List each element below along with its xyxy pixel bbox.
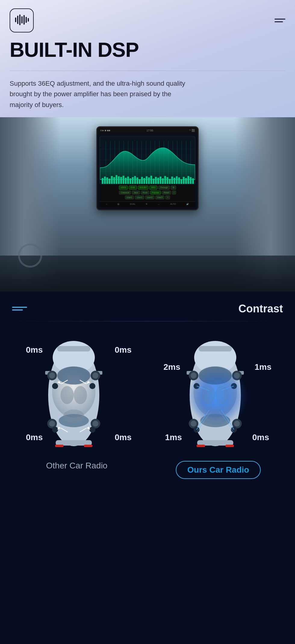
svg-rect-27 <box>102 178 104 184</box>
ac-nav[interactable]: ～ <box>158 203 160 206</box>
svg-rect-31 <box>111 176 113 184</box>
hamburger-menu-icon[interactable] <box>275 19 285 22</box>
contrast-label: Contrast <box>238 302 283 315</box>
ours-timing-bottom-left: 1ms <box>165 433 182 442</box>
svg-rect-100 <box>84 445 92 447</box>
fan-nav[interactable]: ❄ <box>146 203 148 206</box>
svg-rect-107 <box>199 346 232 351</box>
screen-bottom-nav: ⌂ ⏻ DUAL ❄ ～ AUTO 🔊 <box>100 201 195 207</box>
svg-rect-56 <box>169 179 171 184</box>
screen-time: 17:55 <box>146 129 153 132</box>
info-button[interactable]: i <box>172 191 176 195</box>
dual-nav[interactable]: DUAL <box>130 203 135 206</box>
svg-rect-47 <box>148 177 150 184</box>
svg-rect-39 <box>129 178 131 184</box>
ours-timing-bottom-right: 0ms <box>252 433 269 442</box>
svg-rect-1 <box>17 16 18 24</box>
svg-rect-37 <box>125 178 127 184</box>
home-nav[interactable]: ⌂ <box>106 203 107 206</box>
svg-rect-63 <box>185 178 187 184</box>
ours-car-item: 2ms 1ms 1ms 0ms <box>155 339 281 479</box>
ours-car-label-container[interactable]: Ours Car Radio <box>176 461 260 479</box>
svg-rect-59 <box>176 176 178 184</box>
svg-rect-55 <box>167 177 169 184</box>
hamburger-line-bottom <box>275 21 283 22</box>
reset-button[interactable]: Reset <box>162 191 171 195</box>
ours-car-svg <box>179 339 251 454</box>
svg-rect-41 <box>134 176 136 184</box>
other-car-label: Other Car Radio <box>46 461 107 471</box>
classical-button[interactable]: Classical <box>119 191 131 195</box>
dashboard-screen: H● ■ ■■ 17:55 ^ ⬛ <box>96 126 199 210</box>
svg-rect-54 <box>164 176 166 184</box>
svg-rect-57 <box>171 176 173 184</box>
svg-point-83 <box>92 421 98 427</box>
car-floor <box>0 256 295 292</box>
jazz-button[interactable]: Jazz <box>132 191 140 195</box>
svg-rect-43 <box>139 179 141 184</box>
svg-rect-6 <box>28 18 29 22</box>
user5-button[interactable]: User5 <box>155 195 165 199</box>
eq-display <box>100 136 195 184</box>
ours-timing-top-left: 2ms <box>163 362 180 372</box>
eq-preset-row: Classical Jazz Rock Popular Reset i <box>101 191 194 195</box>
svg-rect-0 <box>15 17 16 22</box>
contrast-divider <box>12 321 283 322</box>
contrast-line-top <box>12 307 27 308</box>
svg-rect-5 <box>26 17 27 23</box>
svg-point-118 <box>234 421 240 427</box>
srs-button[interactable]: SRS <box>149 186 157 190</box>
subtitle-text: Supports 36EQ adjustment, and the ultra-… <box>0 76 205 117</box>
compare-icon <box>12 307 27 311</box>
due-button[interactable]: DUE <box>129 186 137 190</box>
user1-button[interactable]: User1 <box>125 195 134 199</box>
vol-nav[interactable]: 🔊 <box>186 203 189 206</box>
svg-rect-62 <box>183 177 185 184</box>
svg-rect-72 <box>57 346 90 351</box>
screen-status-left: H● ■ ■■ <box>100 129 110 132</box>
popular-button[interactable]: Popular <box>150 191 161 195</box>
screen-status-right: ^ ⬛ <box>189 129 195 132</box>
svg-point-79 <box>92 373 98 379</box>
contrast-header: Contrast <box>0 292 295 321</box>
extra-button[interactable]: ⚙ <box>171 186 176 190</box>
svg-rect-60 <box>178 177 180 184</box>
other-car-item: 0ms 0ms 0ms 0ms <box>14 339 140 471</box>
other-car-svg <box>38 339 110 454</box>
user2-button[interactable]: User2 <box>135 195 144 199</box>
other-car-top-view: 0ms 0ms 0ms 0ms <box>38 339 116 454</box>
power-nav[interactable]: ⏻ <box>117 203 120 206</box>
contrast-line-bottom <box>12 309 23 311</box>
cees-button[interactable]: cEES <box>119 186 128 190</box>
svg-rect-58 <box>174 178 175 184</box>
svg-rect-45 <box>144 178 145 184</box>
eq-bars <box>100 175 195 184</box>
through-button[interactable]: Through <box>158 186 170 190</box>
svg-rect-28 <box>104 176 106 184</box>
svg-point-87 <box>52 383 58 389</box>
svg-rect-50 <box>155 177 157 184</box>
eq-bars-svg <box>101 175 194 184</box>
svg-rect-33 <box>116 175 117 184</box>
user3-button[interactable]: User3 <box>145 195 154 199</box>
svg-point-112 <box>191 373 197 379</box>
ours-timing-top-right: 1ms <box>255 362 272 372</box>
hamburger-line-top <box>275 19 285 20</box>
screen-main: cEES DUE DOLBY SRS Through ⚙ Classical J… <box>97 134 198 210</box>
svg-rect-2 <box>19 14 20 25</box>
svg-rect-40 <box>132 177 134 184</box>
rock-button[interactable]: Rock <box>141 191 149 195</box>
ours-car-label-button[interactable]: Ours Car Radio <box>176 461 260 479</box>
auto-nav[interactable]: AUTO <box>170 203 176 206</box>
ours-car-top-view: 2ms 1ms 1ms 0ms <box>179 339 257 454</box>
svg-rect-61 <box>181 179 182 184</box>
dolby-button[interactable]: DOLBY <box>138 186 149 190</box>
svg-rect-64 <box>188 176 189 184</box>
svg-rect-30 <box>109 179 110 184</box>
svg-rect-36 <box>123 176 124 184</box>
add-user-button[interactable]: + <box>165 195 170 199</box>
svg-point-114 <box>234 373 240 379</box>
header <box>0 0 295 38</box>
svg-rect-49 <box>153 179 154 184</box>
svg-point-81 <box>49 421 55 427</box>
